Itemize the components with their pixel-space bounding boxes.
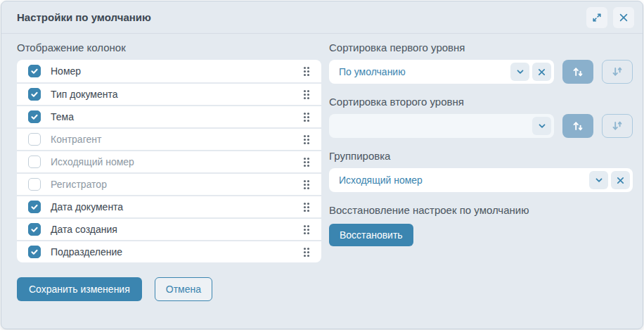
- sort-ascending-button[interactable]: [562, 114, 593, 138]
- column-checkbox[interactable]: [28, 88, 41, 101]
- drag-dots-icon: [304, 248, 306, 250]
- grouping-select[interactable]: Исходящий номер: [329, 168, 633, 192]
- column-row: Регистратор: [17, 172, 321, 195]
- drag-handle-icon[interactable]: [299, 110, 313, 124]
- drag-handle-icon[interactable]: [299, 177, 313, 191]
- column-label: Контрагент: [51, 134, 101, 145]
- column-label: Регистратор: [51, 179, 107, 190]
- sort-first-select[interactable]: По умолчанию: [329, 60, 554, 84]
- restore-button[interactable]: Восстановить: [329, 224, 413, 246]
- sort-first-value: По умолчанию: [339, 66, 508, 77]
- grouping-heading: Группировка: [329, 150, 633, 162]
- drag-dots-icon: [304, 180, 306, 182]
- column-row: Дата документа: [17, 195, 321, 217]
- chevron-down-icon[interactable]: [532, 117, 551, 135]
- column-checkbox[interactable]: [28, 65, 41, 77]
- column-row: Подразделение: [17, 240, 321, 262]
- column-checkbox[interactable]: [28, 156, 41, 168]
- column-row: Номер: [17, 60, 321, 82]
- column-label: Тема: [51, 111, 74, 122]
- drag-dots-icon: [304, 225, 306, 227]
- column-label: Исходящий номер: [51, 156, 134, 167]
- columns-section-heading: Отображение колонок: [17, 42, 321, 53]
- grouping-row: Исходящий номер: [329, 168, 633, 192]
- sort-ascending-icon: [572, 120, 584, 132]
- sort-descending-button[interactable]: [602, 60, 633, 84]
- close-icon: [618, 12, 629, 23]
- column-row: Исходящий номер: [17, 150, 321, 172]
- column-row: Контрагент: [17, 127, 321, 150]
- cancel-button[interactable]: Отмена: [155, 277, 212, 301]
- column-label: Номер: [51, 65, 81, 77]
- column-label: Тип документа: [51, 89, 118, 100]
- chevron-down-icon[interactable]: [510, 63, 529, 81]
- dialog-body: Отображение колонок Номер Тип документа …: [1, 34, 643, 301]
- column-checkbox[interactable]: [28, 178, 41, 191]
- checkmark-icon: [30, 203, 39, 211]
- drag-handle-icon[interactable]: [299, 132, 313, 146]
- checkmark-icon: [30, 248, 39, 256]
- checkmark-icon: [30, 90, 39, 99]
- dialog-header: Настройки по умолчанию: [1, 1, 643, 34]
- checkmark-icon: [30, 113, 39, 121]
- settings-section: Сортировка первого уровня По умолчанию: [329, 34, 633, 301]
- default-settings-dialog: Настройки по умолчанию Отображение колон…: [1, 1, 643, 329]
- expand-button[interactable]: [586, 7, 607, 28]
- column-checkbox[interactable]: [28, 133, 41, 146]
- header-actions: [586, 7, 634, 28]
- column-row: Тема: [17, 105, 321, 127]
- drag-dots-icon: [304, 135, 306, 137]
- column-checkbox[interactable]: [28, 246, 41, 258]
- restore-heading: Восстановление настроек по умолчанию: [329, 204, 633, 216]
- dialog-title: Настройки по умолчанию: [17, 11, 151, 23]
- drag-dots-icon: [304, 67, 306, 69]
- expand-icon: [591, 12, 603, 23]
- column-row: Дата создания: [17, 217, 321, 240]
- sort-descending-icon: [611, 120, 624, 132]
- drag-dots-icon: [304, 90, 306, 92]
- sort-first-row: По умолчанию: [329, 60, 633, 84]
- save-button[interactable]: Сохранить изменения: [17, 277, 142, 301]
- checkmark-icon: [30, 67, 39, 75]
- column-label: Дата создания: [51, 224, 117, 235]
- drag-dots-icon: [304, 203, 306, 205]
- sort-second-select[interactable]: [329, 114, 554, 138]
- checkmark-icon: [30, 225, 39, 234]
- sort-first-heading: Сортировка первого уровня: [329, 42, 633, 53]
- sort-descending-icon: [611, 65, 624, 78]
- grouping-value: Исходящий номер: [339, 174, 586, 186]
- column-row: Тип документа: [17, 82, 321, 105]
- footer-actions: Сохранить изменения Отмена: [17, 277, 321, 301]
- column-checkbox[interactable]: [28, 110, 41, 123]
- close-button[interactable]: [613, 7, 634, 28]
- sort-second-heading: Сортировка второго уровня: [329, 96, 633, 108]
- sort-second-row: [329, 114, 633, 138]
- column-label: Дата документа: [51, 201, 123, 212]
- drag-handle-icon[interactable]: [299, 64, 313, 78]
- column-checkbox[interactable]: [28, 201, 41, 213]
- drag-dots-icon: [304, 113, 306, 115]
- columns-section: Отображение колонок Номер Тип документа …: [17, 34, 321, 301]
- drag-handle-icon[interactable]: [299, 222, 313, 236]
- drag-handle-icon[interactable]: [299, 245, 313, 259]
- column-label: Подразделение: [51, 246, 122, 258]
- chevron-down-icon[interactable]: [589, 171, 608, 189]
- column-checkbox[interactable]: [28, 223, 41, 236]
- drag-handle-icon[interactable]: [299, 155, 313, 169]
- clear-icon[interactable]: [532, 63, 551, 81]
- sort-ascending-button[interactable]: [562, 60, 593, 84]
- sort-descending-button[interactable]: [602, 114, 633, 138]
- columns-list: Номер Тип документа Тема Контрагент: [17, 60, 321, 262]
- drag-dots-icon: [304, 158, 306, 160]
- clear-icon[interactable]: [611, 171, 630, 189]
- drag-handle-icon[interactable]: [299, 87, 313, 101]
- drag-handle-icon[interactable]: [299, 200, 313, 214]
- sort-ascending-icon: [572, 65, 584, 78]
